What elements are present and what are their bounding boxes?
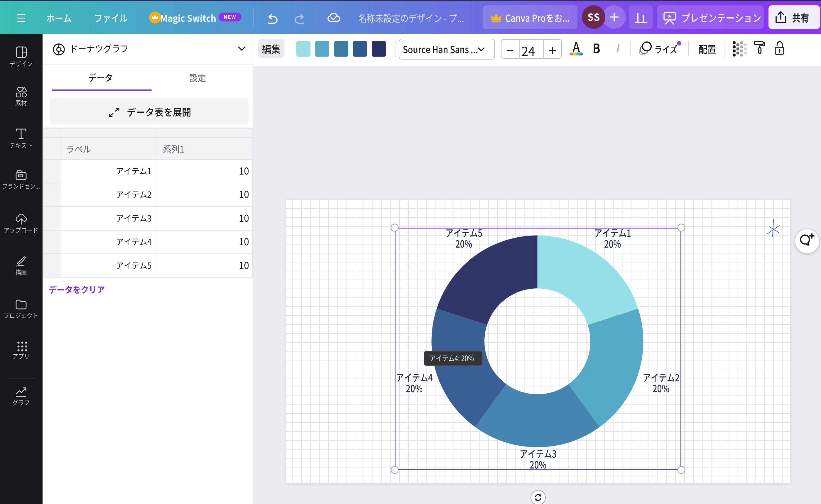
svg-text:co.: co. [19,175,22,177]
